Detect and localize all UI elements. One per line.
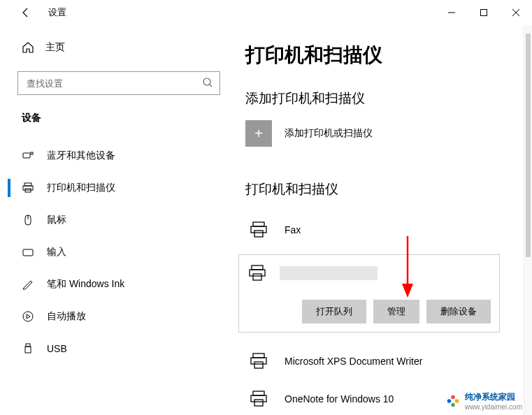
svg-rect-24 xyxy=(253,354,264,358)
svg-rect-21 xyxy=(252,265,263,270)
printer-icon xyxy=(247,263,267,283)
device-name: Microsoft XPS Document Writer xyxy=(285,356,422,367)
svg-line-3 xyxy=(210,85,212,87)
device-name: OneNote for Windows 10 xyxy=(285,393,394,405)
svg-rect-11 xyxy=(23,249,33,256)
svg-point-15 xyxy=(23,312,33,321)
svg-point-32 xyxy=(451,395,455,400)
window-title: 设置 xyxy=(48,6,66,19)
svg-rect-20 xyxy=(254,231,263,237)
plus-icon: + xyxy=(245,120,272,147)
device-selected[interactable]: 打开队列 管理 删除设备 xyxy=(238,254,500,333)
minimize-button[interactable] xyxy=(436,0,468,25)
home-icon xyxy=(22,41,34,54)
device-fax[interactable]: Fax xyxy=(245,211,512,249)
svg-point-35 xyxy=(447,399,452,403)
nav-usb[interactable]: USB xyxy=(8,333,220,365)
device-name: Fax xyxy=(285,224,301,235)
svg-point-2 xyxy=(203,78,210,85)
printer-icon xyxy=(22,182,34,194)
scrollbar-thumb[interactable] xyxy=(526,34,531,257)
search-input[interactable] xyxy=(17,71,220,95)
watermark-logo-icon xyxy=(445,393,461,409)
page-heading: 打印机和扫描仪 xyxy=(245,42,512,68)
svg-rect-23 xyxy=(253,274,261,280)
add-printer-label: 添加打印机或扫描仪 xyxy=(285,127,373,140)
nav-mouse[interactable]: 鼠标 xyxy=(8,204,220,236)
maximize-icon xyxy=(480,8,488,17)
nav-pen[interactable]: 笔和 Windows Ink xyxy=(8,268,220,300)
svg-point-34 xyxy=(451,403,455,407)
close-button[interactable] xyxy=(500,0,532,25)
svg-rect-29 xyxy=(254,400,263,406)
svg-rect-18 xyxy=(253,222,264,226)
svg-rect-17 xyxy=(25,347,31,353)
mouse-icon xyxy=(22,214,34,226)
svg-rect-26 xyxy=(254,362,263,368)
svg-rect-27 xyxy=(253,391,264,395)
main-content: 打印机和扫描仪 添加打印机和扫描仪 + 添加打印机或扫描仪 打印机和扫描仪 Fa… xyxy=(230,25,532,415)
bluetooth-icon xyxy=(22,150,34,162)
nav-label: 输入 xyxy=(47,246,66,259)
nav-printers[interactable]: 打印机和扫描仪 xyxy=(8,172,220,204)
svg-rect-4 xyxy=(23,153,30,158)
printer-icon xyxy=(249,351,268,371)
pen-icon xyxy=(22,278,34,291)
watermark: 纯净系统家园 www.yidaimei.com xyxy=(445,391,522,411)
nav-label: 蓝牙和其他设备 xyxy=(47,150,115,162)
back-button[interactable] xyxy=(16,3,36,22)
svg-rect-5 xyxy=(31,152,33,154)
maximize-button[interactable] xyxy=(468,0,500,25)
close-icon xyxy=(512,8,520,17)
svg-rect-7 xyxy=(23,186,33,190)
nav-label: 鼠标 xyxy=(47,214,66,226)
add-printer-row[interactable]: + 添加打印机或扫描仪 xyxy=(245,120,512,147)
open-queue-button[interactable]: 打开队列 xyxy=(302,300,366,323)
printer-icon xyxy=(249,389,268,409)
nav-label: USB xyxy=(47,343,67,354)
device-name-redacted xyxy=(280,266,378,280)
nav-autoplay[interactable]: 自动播放 xyxy=(8,300,220,333)
add-section-title: 添加打印机和扫描仪 xyxy=(245,89,512,108)
svg-rect-25 xyxy=(251,358,266,364)
home-link[interactable]: 主页 xyxy=(17,34,220,61)
scrollbar[interactable] xyxy=(524,25,532,415)
watermark-url: www.yidaimei.com xyxy=(465,403,522,411)
printer-icon xyxy=(249,220,268,240)
search-icon xyxy=(202,77,213,88)
usb-icon xyxy=(22,342,34,355)
svg-rect-22 xyxy=(250,270,265,276)
watermark-title: 纯净系统家园 xyxy=(465,391,522,403)
minimize-icon xyxy=(447,8,456,17)
sidebar: 主页 设备 蓝牙和其他设备 打印机和扫描仪 鼠标 xyxy=(8,25,230,415)
arrow-left-icon xyxy=(20,7,31,18)
nav-list: 蓝牙和其他设备 打印机和扫描仪 鼠标 输入 笔和 Windows Ink xyxy=(8,140,220,365)
nav-label: 打印机和扫描仪 xyxy=(47,182,115,194)
manage-button[interactable]: 管理 xyxy=(373,300,419,323)
nav-typing[interactable]: 输入 xyxy=(8,236,220,268)
svg-rect-28 xyxy=(251,395,266,402)
svg-point-33 xyxy=(455,399,459,403)
nav-label: 自动播放 xyxy=(47,310,86,323)
list-section-title: 打印机和扫描仪 xyxy=(245,180,512,198)
device-xps[interactable]: Microsoft XPS Document Writer xyxy=(245,342,512,380)
nav-label: 笔和 Windows Ink xyxy=(47,278,124,291)
svg-rect-16 xyxy=(26,344,30,347)
remove-device-button[interactable]: 删除设备 xyxy=(426,300,491,323)
nav-bluetooth[interactable]: 蓝牙和其他设备 xyxy=(8,140,220,172)
search-box xyxy=(17,71,220,95)
title-bar: 设置 xyxy=(8,0,532,25)
keyboard-icon xyxy=(22,246,34,259)
svg-rect-1 xyxy=(481,10,487,16)
svg-rect-6 xyxy=(24,183,31,186)
svg-rect-19 xyxy=(251,226,266,233)
home-label: 主页 xyxy=(45,41,65,54)
autoplay-icon xyxy=(22,310,34,323)
category-header: 设备 xyxy=(17,112,220,124)
